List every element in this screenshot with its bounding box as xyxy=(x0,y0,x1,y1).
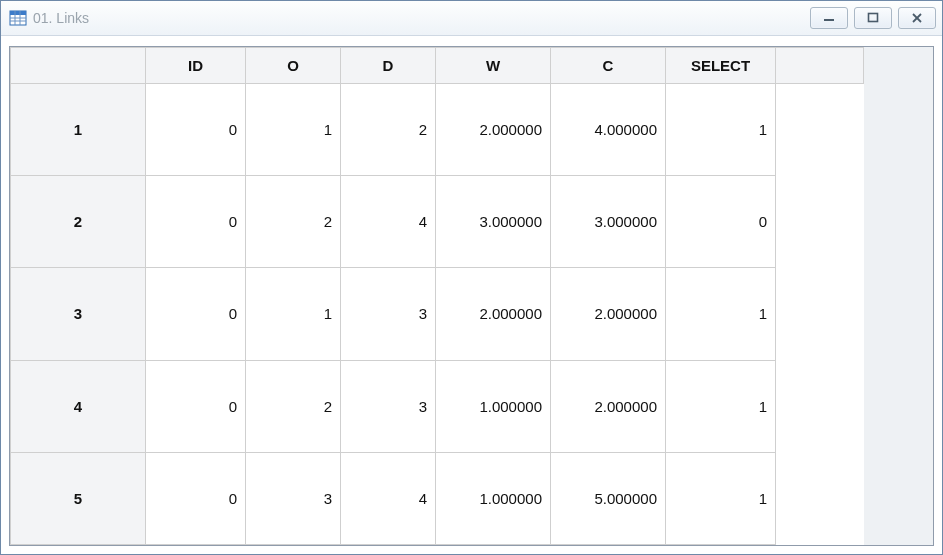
cell-c[interactable]: 3.000000 xyxy=(551,176,666,268)
minimize-button[interactable] xyxy=(810,7,848,29)
cell-c[interactable]: 2.000000 xyxy=(551,268,666,360)
col-header-w[interactable]: W xyxy=(436,48,551,84)
data-grid[interactable]: ID O D W C SELECT 10122.0000004.00000012… xyxy=(9,46,934,546)
svg-rect-1 xyxy=(10,11,26,15)
cell-d[interactable]: 3 xyxy=(341,268,436,360)
cell-id[interactable]: 0 xyxy=(146,360,246,452)
cell-d[interactable]: 4 xyxy=(341,452,436,544)
row-header[interactable]: 2 xyxy=(11,176,146,268)
cell-d[interactable]: 3 xyxy=(341,360,436,452)
cell-select[interactable]: 1 xyxy=(666,360,776,452)
cell-c[interactable]: 5.000000 xyxy=(551,452,666,544)
col-header-o[interactable]: O xyxy=(246,48,341,84)
cell-w[interactable]: 3.000000 xyxy=(436,176,551,268)
col-header-d[interactable]: D xyxy=(341,48,436,84)
row-header[interactable]: 4 xyxy=(11,360,146,452)
table-row[interactable]: 30132.0000002.0000001 xyxy=(11,268,864,360)
cell-o[interactable]: 2 xyxy=(246,176,341,268)
cell-id[interactable]: 0 xyxy=(146,268,246,360)
table-icon xyxy=(9,9,27,27)
col-header-id[interactable]: ID xyxy=(146,48,246,84)
cell-o[interactable]: 1 xyxy=(246,268,341,360)
window-controls xyxy=(810,7,936,29)
cell-d[interactable]: 4 xyxy=(341,176,436,268)
cell-w[interactable]: 1.000000 xyxy=(436,452,551,544)
col-header-c[interactable]: C xyxy=(551,48,666,84)
cell-c[interactable]: 4.000000 xyxy=(551,84,666,176)
row-header[interactable]: 1 xyxy=(11,84,146,176)
cell-w[interactable]: 1.000000 xyxy=(436,360,551,452)
table-row[interactable]: 50341.0000005.0000001 xyxy=(11,452,864,544)
corner-cell[interactable] xyxy=(11,48,146,84)
row-header[interactable]: 3 xyxy=(11,268,146,360)
cell-select[interactable]: 1 xyxy=(666,268,776,360)
cell-w[interactable]: 2.000000 xyxy=(436,268,551,360)
cell-id[interactable]: 0 xyxy=(146,84,246,176)
cell-select[interactable]: 0 xyxy=(666,176,776,268)
svg-rect-7 xyxy=(869,14,878,22)
header-row: ID O D W C SELECT xyxy=(11,48,864,84)
window: 01. Links xyxy=(0,0,943,555)
col-header-pad xyxy=(776,48,864,84)
cell-select[interactable]: 1 xyxy=(666,84,776,176)
cell-id[interactable]: 0 xyxy=(146,176,246,268)
table-row[interactable]: 40231.0000002.0000001 xyxy=(11,360,864,452)
window-title: 01. Links xyxy=(33,10,89,26)
cell-select[interactable]: 1 xyxy=(666,452,776,544)
cell-d[interactable]: 2 xyxy=(341,84,436,176)
table-row[interactable]: 10122.0000004.0000001 xyxy=(11,84,864,176)
col-header-select[interactable]: SELECT xyxy=(666,48,776,84)
client-area: ID O D W C SELECT 10122.0000004.00000012… xyxy=(1,36,942,554)
close-button[interactable] xyxy=(898,7,936,29)
cell-w[interactable]: 2.000000 xyxy=(436,84,551,176)
maximize-button[interactable] xyxy=(854,7,892,29)
links-table: ID O D W C SELECT 10122.0000004.00000012… xyxy=(10,47,864,545)
table-row[interactable]: 20243.0000003.0000000 xyxy=(11,176,864,268)
titlebar: 01. Links xyxy=(1,1,942,36)
svg-rect-6 xyxy=(824,19,834,21)
cell-o[interactable]: 3 xyxy=(246,452,341,544)
cell-c[interactable]: 2.000000 xyxy=(551,360,666,452)
cell-o[interactable]: 1 xyxy=(246,84,341,176)
grid-gutter xyxy=(864,47,933,545)
cell-id[interactable]: 0 xyxy=(146,452,246,544)
row-header[interactable]: 5 xyxy=(11,452,146,544)
cell-o[interactable]: 2 xyxy=(246,360,341,452)
